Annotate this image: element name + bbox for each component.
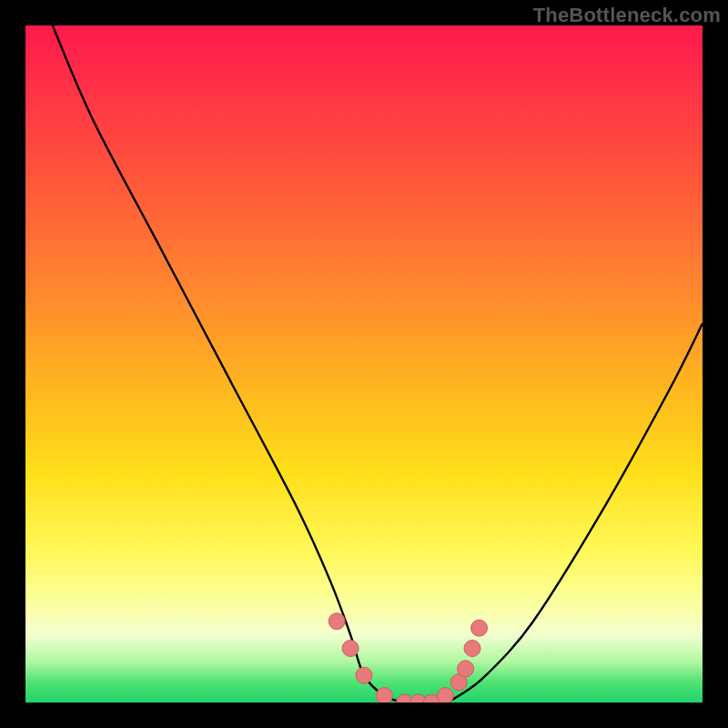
plot-area: [25, 25, 703, 703]
trough-marker: [410, 694, 427, 703]
curve-svg: [25, 25, 703, 703]
trough-marker: [437, 688, 453, 703]
trough-marker: [329, 613, 345, 630]
trough-marker: [342, 641, 359, 657]
trough-marker: [423, 694, 440, 703]
trough-marker: [397, 694, 413, 703]
watermark-text: TheBottleneck.com: [533, 4, 721, 27]
trough-marker: [376, 688, 392, 703]
trough-marker: [464, 641, 480, 657]
trough-marker: [458, 661, 474, 677]
trough-marker: [471, 620, 488, 636]
outer-frame: TheBottleneck.com: [0, 0, 728, 728]
trough-marker: [356, 667, 372, 683]
trough-markers: [329, 613, 487, 703]
trough-marker: [450, 674, 467, 691]
bottleneck-curve: [53, 25, 703, 703]
